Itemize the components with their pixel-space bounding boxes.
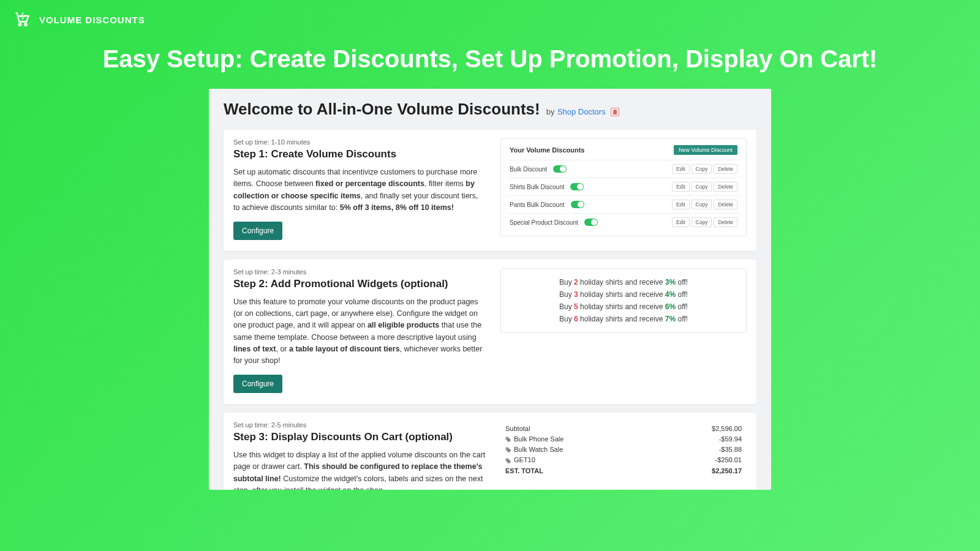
welcome-row: Welcome to All-in-One Volume Discounts! … xyxy=(224,100,756,119)
delete-button[interactable]: Delete xyxy=(714,182,737,192)
discounts-panel-title: Your Volume Discounts xyxy=(510,146,584,154)
discount-row: Shirts Bulk DiscountEditCopyDelete xyxy=(507,178,740,195)
hero-title: Easy Setup: Create Discounts, Set Up Pro… xyxy=(0,45,980,73)
svg-point-2 xyxy=(507,438,507,438)
shop-doctors-badge-icon xyxy=(611,108,619,116)
step2-title: Step 2: Add Promotional Widgets (optiona… xyxy=(233,278,486,290)
discount-name: Shirts Bulk Discount xyxy=(510,184,564,190)
copy-button[interactable]: Copy xyxy=(692,200,712,209)
shop-doctors-link[interactable]: Shop Doctors xyxy=(557,107,606,116)
cart-summary-preview: Subtotal$2,596.00Bulk Phone Sale-$59.94B… xyxy=(500,421,747,476)
new-volume-discount-button[interactable]: New Volume Discount xyxy=(674,145,737,155)
step1-card: Set up time: 1-10 minutes Step 1: Create… xyxy=(224,130,756,251)
delete-button[interactable]: Delete xyxy=(714,217,737,227)
step1-body: Set up automatic discounts that incentiv… xyxy=(233,167,486,214)
tag-icon xyxy=(505,437,511,443)
discount-toggle[interactable] xyxy=(571,201,584,208)
copy-button[interactable]: Copy xyxy=(692,164,712,174)
copy-button[interactable]: Copy xyxy=(692,182,712,192)
main-panel: Welcome to All-in-One Volume Discounts! … xyxy=(209,89,771,490)
svg-point-0 xyxy=(19,23,21,26)
edit-button[interactable]: Edit xyxy=(672,200,690,209)
cart-total-row: EST. TOTAL$2,250.17 xyxy=(505,465,742,476)
cart-discount-icon xyxy=(13,11,31,28)
step3-setup-time: Set up time: 2-5 minutes xyxy=(233,421,486,429)
app-header: VOLUME DISCOUNTS xyxy=(0,0,980,39)
tag-icon xyxy=(505,458,511,464)
promo-line: Buy 3 holiday shirts and receive 4% off! xyxy=(511,288,736,301)
promo-widget-preview: Buy 2 holiday shirts and receive 3% off!… xyxy=(500,268,747,333)
svg-point-3 xyxy=(507,448,507,449)
discount-toggle[interactable] xyxy=(570,183,584,190)
discount-row: Bulk DiscountEditCopyDelete xyxy=(507,160,740,178)
tag-icon xyxy=(505,447,511,453)
discount-row: Special Product DiscountEditCopyDelete xyxy=(507,213,740,231)
step1-configure-button[interactable]: Configure xyxy=(233,222,282,240)
step3-title: Step 3: Display Discounts On Cart (optio… xyxy=(233,431,486,443)
discount-toggle[interactable] xyxy=(553,165,567,173)
discount-name: Pants Bulk Discount xyxy=(510,201,565,208)
cart-row: Subtotal$2,596.00 xyxy=(505,424,742,434)
delete-button[interactable]: Delete xyxy=(714,200,737,209)
discount-name: Special Product Discount xyxy=(510,219,578,226)
discount-name: Bulk Discount xyxy=(510,166,547,173)
step2-card: Set up time: 2-3 minutes Step 2: Add Pro… xyxy=(224,260,756,404)
step3-card: Set up time: 2-5 minutes Step 3: Display… xyxy=(224,413,756,490)
step3-body: Use this widget to display a list of the… xyxy=(233,449,486,490)
welcome-title: Welcome to All-in-One Volume Discounts! xyxy=(224,100,540,119)
edit-button[interactable]: Edit xyxy=(672,182,690,192)
delete-button[interactable]: Delete xyxy=(714,164,737,174)
step2-configure-button[interactable]: Configure xyxy=(233,375,282,393)
copy-button[interactable]: Copy xyxy=(692,217,712,227)
step1-title: Step 1: Create Volume Discounts xyxy=(233,148,486,160)
edit-button[interactable]: Edit xyxy=(672,164,690,174)
cart-row: Bulk Phone Sale-$59.94 xyxy=(505,434,742,444)
cart-row: GET10-$250.01 xyxy=(505,455,742,465)
promo-line: Buy 6 holiday shirts and receive 7% off! xyxy=(511,313,736,325)
svg-point-1 xyxy=(24,23,27,26)
promo-line: Buy 2 holiday shirts and receive 3% off! xyxy=(511,276,736,288)
edit-button[interactable]: Edit xyxy=(672,217,690,227)
svg-point-4 xyxy=(507,459,507,459)
promo-line: Buy 5 holiday shirts and receive 6% off! xyxy=(511,301,736,313)
discount-row: Pants Bulk DiscountEditCopyDelete xyxy=(507,195,740,213)
app-name: VOLUME DISCOUNTS xyxy=(39,15,145,25)
by-label: by xyxy=(546,107,555,116)
discount-toggle[interactable] xyxy=(584,219,598,226)
discounts-panel: Your Volume Discounts New Volume Discoun… xyxy=(500,138,747,236)
step2-setup-time: Set up time: 2-3 minutes xyxy=(233,268,486,276)
step2-body: Use this feature to promote your volume … xyxy=(233,296,486,367)
cart-row: Bulk Watch Sale-$35.88 xyxy=(505,444,742,455)
step1-setup-time: Set up time: 1-10 minutes xyxy=(233,138,486,146)
